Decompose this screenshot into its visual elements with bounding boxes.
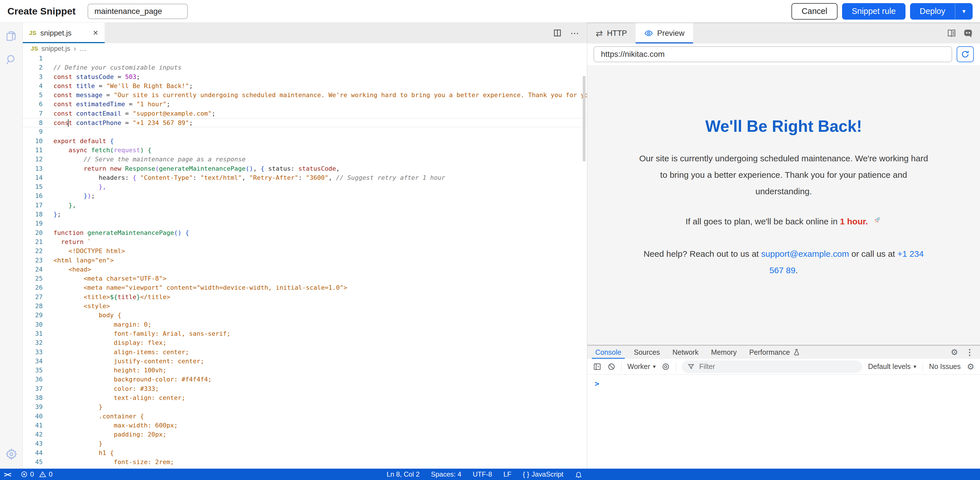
console-sidebar-icon[interactable]: [593, 363, 601, 371]
refresh-button[interactable]: [957, 46, 974, 62]
error-icon: [21, 470, 28, 478]
warning-icon: [39, 470, 46, 478]
deploy-dropdown-button[interactable]: ▾: [955, 3, 973, 20]
bell-icon[interactable]: [575, 470, 582, 478]
toolbar-separator: [621, 362, 622, 372]
eta-value: 1 hour.: [840, 217, 868, 226]
tab-http-label: HTTP: [607, 29, 627, 38]
help-mid: or call us at: [849, 249, 897, 258]
maintenance-page: We'll Be Right Back! Our site is current…: [625, 117, 943, 279]
toolbar-separator: [676, 362, 676, 372]
kebab-menu-icon[interactable]: ⋮: [966, 347, 974, 357]
files-icon[interactable]: [5, 30, 18, 43]
chevron-down-icon: ▾: [963, 8, 966, 15]
code-editor-pane: JS snippet.js ✕ ⋯ JS snippet.js › … 12/: [23, 23, 587, 469]
remote-indicator-icon[interactable]: ><: [4, 470, 10, 478]
console-prompt: >: [595, 379, 599, 388]
activity-bar: [0, 23, 23, 469]
tab-memory-label: Memory: [711, 348, 737, 356]
chevron-down-icon: ▾: [913, 363, 916, 370]
discord-chat-icon[interactable]: [963, 28, 973, 38]
preview-viewport: We'll Be Right Back! Our site is current…: [587, 65, 980, 345]
breadcrumb[interactable]: JS snippet.js › …: [23, 43, 587, 54]
console-toolbar-right: Default levels ▾ No Issues ⚙: [868, 362, 974, 372]
tab-console-label: Console: [595, 348, 621, 356]
tab-console[interactable]: Console: [589, 346, 628, 359]
cancel-button[interactable]: Cancel: [791, 3, 837, 20]
preview-panel: ⇄ HTTP Preview: [587, 23, 980, 469]
url-input[interactable]: [593, 46, 952, 62]
language-mode[interactable]: { }JavaScript: [523, 470, 563, 478]
editor-actions: ⋯: [553, 23, 587, 43]
encoding[interactable]: UTF-8: [473, 470, 492, 478]
live-expression-icon[interactable]: [662, 363, 670, 371]
cursor-position[interactable]: Ln 8, Col 2: [387, 470, 420, 478]
issues-counter[interactable]: No Issues: [929, 363, 961, 371]
console-settings-icon[interactable]: ⚙: [967, 362, 974, 372]
editor-scrollbar[interactable]: [583, 76, 585, 161]
docs-book-icon[interactable]: [947, 28, 957, 38]
refresh-icon: [961, 50, 970, 59]
breadcrumb-more: …: [80, 44, 86, 52]
indentation[interactable]: Spaces: 4: [431, 470, 461, 478]
breadcrumb-file: snippet.js: [41, 44, 70, 52]
help-prefix: Need help? Reach out to us at: [644, 249, 761, 258]
filter-input[interactable]: [699, 362, 857, 371]
main-area: JS snippet.js ✕ ⋯ JS snippet.js › … 12/: [0, 23, 980, 469]
close-icon[interactable]: ✕: [93, 29, 99, 37]
tab-sources-label: Sources: [634, 348, 660, 356]
levels-label: Default levels: [868, 363, 911, 371]
snippet-rule-button[interactable]: Snippet rule: [842, 3, 905, 20]
snippet-name-input[interactable]: [88, 4, 188, 19]
split-editor-icon[interactable]: [553, 29, 562, 38]
tab-http[interactable]: ⇄ HTTP: [587, 23, 636, 43]
warning-count: 0: [49, 470, 52, 478]
console-toolbar: Worker ▾ Default level: [587, 359, 980, 375]
settings-gear-icon[interactable]: ⚙: [951, 347, 958, 357]
maintenance-message: Our site is currently undergoing schedul…: [636, 150, 932, 200]
tab-label: snippet.js: [40, 29, 72, 38]
maintenance-help: Need help? Reach out to us at support@ex…: [636, 246, 932, 279]
clear-console-icon[interactable]: [607, 363, 616, 371]
language-label: JavaScript: [531, 470, 563, 478]
top-header: Create Snippet Cancel Snippet rule Deplo…: [0, 0, 980, 23]
devtools-tabs: Console Sources Network Memory Performan…: [587, 346, 980, 359]
tab-snippet-js[interactable]: JS snippet.js ✕: [23, 23, 105, 43]
search-icon[interactable]: [5, 53, 18, 66]
preview-panel-icons: [947, 23, 980, 43]
tab-network-label: Network: [672, 348, 698, 356]
devtools-tabs-actions: ⚙ ⋮: [951, 346, 980, 359]
status-right: Ln 8, Col 2 Spaces: 4 UTF-8 LF { }JavaSc…: [387, 470, 582, 478]
code-editor[interactable]: 12// Define your customizable inputs3con…: [23, 54, 587, 469]
log-levels-selector[interactable]: Default levels ▾: [868, 363, 916, 371]
javascript-file-icon: JS: [29, 30, 37, 36]
swap-arrows-icon: ⇄: [596, 29, 603, 38]
status-bar: >< 0 0 Ln 8, Col 2 Spaces: 4 UTF-8 LF { …: [0, 469, 980, 480]
tab-preview-label: Preview: [657, 29, 684, 38]
console-body[interactable]: >: [587, 375, 980, 469]
errors-warnings[interactable]: 0 0: [21, 470, 52, 478]
tab-performance[interactable]: Performance: [743, 346, 806, 359]
eta-prefix: If all goes to plan, we'll be back onlin…: [686, 217, 840, 226]
eye-icon: [644, 29, 653, 38]
tab-network[interactable]: Network: [666, 346, 705, 359]
status-left: >< 0 0: [0, 470, 56, 478]
tab-memory[interactable]: Memory: [705, 346, 743, 359]
console-filter[interactable]: [682, 360, 862, 373]
eol-sequence[interactable]: LF: [503, 470, 511, 478]
maintenance-eta: If all goes to plan, we'll be back onlin…: [636, 213, 932, 230]
help-suffix: .: [795, 266, 798, 275]
preview-tabstrip: ⇄ HTTP Preview: [587, 23, 980, 43]
code-lines: 12// Define your customizable inputs3con…: [23, 54, 587, 469]
context-selector[interactable]: Worker ▾: [627, 363, 656, 371]
javascript-file-icon: JS: [31, 45, 38, 52]
chevron-right-icon: ›: [74, 44, 76, 53]
deploy-button-group: Deploy ▾: [910, 3, 973, 20]
tab-sources[interactable]: Sources: [628, 346, 666, 359]
gear-icon[interactable]: [5, 448, 18, 461]
email-link[interactable]: support@example.com: [761, 249, 849, 258]
more-actions-icon[interactable]: ⋯: [571, 28, 579, 38]
deploy-button[interactable]: Deploy: [910, 3, 955, 20]
preview-url-row: [587, 43, 980, 65]
tab-preview[interactable]: Preview: [636, 23, 693, 43]
